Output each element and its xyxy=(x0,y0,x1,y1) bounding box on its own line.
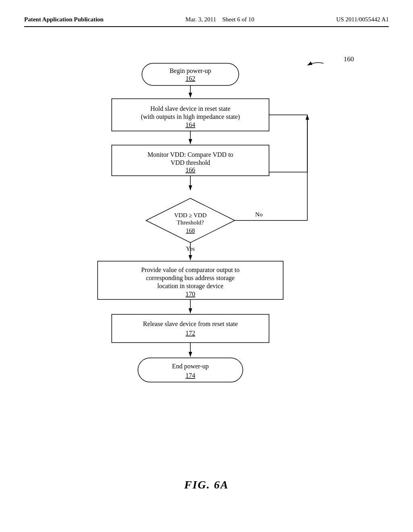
provide-label-1: Provide value of comparator output to xyxy=(141,266,240,274)
begin-powerup-shape xyxy=(142,63,239,85)
release-slave-num: 172 xyxy=(186,330,195,337)
release-slave-shape xyxy=(112,314,269,343)
monitor-vdd-label-2: VDD threshold xyxy=(171,159,210,166)
begin-powerup-label: Begin power-up xyxy=(169,67,211,75)
end-powerup-label: End power-up xyxy=(172,363,209,370)
header: Patent Application Publication Mar. 3, 2… xyxy=(24,16,389,27)
provide-num: 170 xyxy=(186,291,195,297)
monitor-vdd-label-1: Monitor VDD: Compare VDD to xyxy=(148,151,234,158)
release-slave-label: Release slave device from reset state xyxy=(143,320,238,327)
ref-160-arrow xyxy=(307,62,323,65)
hold-slave-label-1: Hold slave device in reset state xyxy=(150,105,231,112)
header-patent-num: US 2011/0055442 A1 xyxy=(336,16,389,23)
flowchart-diagram: 160 Begin power-up 162 Hold slave device… xyxy=(33,39,380,462)
begin-powerup-num: 162 xyxy=(186,75,195,82)
provide-label-3: location in storage device xyxy=(157,283,223,290)
header-date-sheet: Mar. 3, 2011 Sheet 6 of 10 xyxy=(186,16,254,23)
page: Patent Application Publication Mar. 3, 2… xyxy=(0,0,413,532)
diamond-vdd-label-2: Threshold? xyxy=(177,219,204,226)
end-powerup-num: 174 xyxy=(186,372,195,379)
hold-slave-num: 164 xyxy=(186,121,195,128)
diamond-vdd-num: 168 xyxy=(186,227,195,234)
figure-caption: FIG. 6A xyxy=(24,478,389,491)
hold-slave-label-2: (with outputs in high impedance state) xyxy=(141,113,240,121)
no-label: No xyxy=(255,211,263,218)
provide-label-2: corresponding bus address storage xyxy=(146,274,235,282)
ref-160-label: 160 xyxy=(344,55,354,63)
header-publication: Patent Application Publication xyxy=(24,16,104,23)
monitor-vdd-num: 166 xyxy=(186,166,195,173)
diamond-vdd-label-1: VDD ≥ VDD xyxy=(174,212,207,218)
